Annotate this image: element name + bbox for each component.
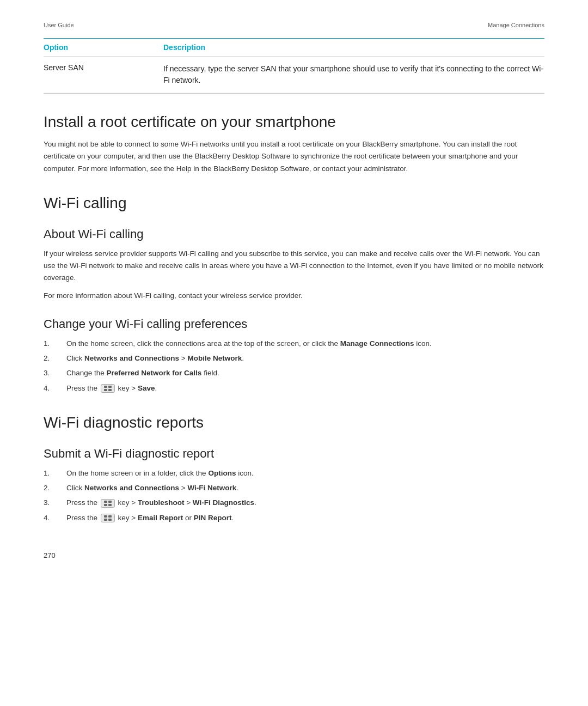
step-item: 4. Press the key > Save. xyxy=(44,382,544,394)
step-content: On the home screen or in a folder, click… xyxy=(66,467,544,479)
subsection-submit-wifi-diagnostic: Submit a Wi-Fi diagnostic report 1. On t… xyxy=(44,447,544,524)
submit-wifi-diagnostic-steps: 1. On the home screen or in a folder, cl… xyxy=(44,467,544,524)
step-bold: Email Report xyxy=(138,514,183,522)
step-num: 1. xyxy=(44,467,66,479)
header-right: Manage Connections xyxy=(488,22,544,28)
section-install-root-cert-para: You might not be able to connect to some… xyxy=(44,138,544,175)
step-num: 3. xyxy=(44,497,66,509)
svg-rect-11 xyxy=(108,519,112,521)
step-bold: Save xyxy=(138,384,155,392)
step-bold: Manage Connections xyxy=(340,339,414,348)
svg-rect-0 xyxy=(104,386,107,388)
step-num: 2. xyxy=(44,482,66,494)
svg-rect-1 xyxy=(108,386,112,388)
step-content: On the home screen, click the connection… xyxy=(66,338,544,350)
subheading-change-wifi-calling-prefs: Change your Wi-Fi calling preferences xyxy=(44,317,544,331)
step-num: 4. xyxy=(44,382,66,394)
page-header: User Guide Manage Connections xyxy=(44,22,544,28)
svg-rect-6 xyxy=(104,504,107,506)
page-number: 270 xyxy=(44,551,56,559)
table-row: Server SAN If necessary, type the server… xyxy=(44,57,544,93)
svg-rect-4 xyxy=(104,501,107,503)
step-item: 2. Click Networks and Connections > Mobi… xyxy=(44,352,544,364)
step-item: 1. On the home screen, click the connect… xyxy=(44,338,544,350)
table-cell-option: Server SAN xyxy=(44,63,163,72)
section-wifi-calling: Wi-Fi calling About Wi-Fi calling If you… xyxy=(44,194,544,394)
step-bold: Preferred Network for Calls xyxy=(107,369,202,377)
subheading-about-wifi-calling: About Wi-Fi calling xyxy=(44,227,544,241)
menu-key-icon xyxy=(101,514,115,522)
section-heading-wifi-calling: Wi-Fi calling xyxy=(44,194,544,212)
options-table: Option Description Server SAN If necessa… xyxy=(44,39,544,94)
step-bold: Networks and Connections xyxy=(84,354,179,362)
section-install-root-cert: Install a root certificate on your smart… xyxy=(44,113,544,175)
menu-key-icon xyxy=(101,499,115,508)
svg-rect-5 xyxy=(108,501,112,503)
section-heading-wifi-diagnostic-reports: Wi-Fi diagnostic reports xyxy=(44,414,544,431)
change-wifi-calling-steps: 1. On the home screen, click the connect… xyxy=(44,338,544,394)
step-bold: PIN Report xyxy=(194,514,232,522)
subsection-change-wifi-calling-prefs: Change your Wi-Fi calling preferences 1.… xyxy=(44,317,544,394)
svg-rect-3 xyxy=(108,389,112,391)
section-wifi-diagnostic-reports: Wi-Fi diagnostic reports Submit a Wi-Fi … xyxy=(44,414,544,524)
header-left: User Guide xyxy=(44,22,74,28)
svg-rect-9 xyxy=(108,515,112,518)
step-bold: Wi-Fi Diagnostics xyxy=(193,498,254,507)
step-item: 2. Click Networks and Connections > Wi-F… xyxy=(44,482,544,494)
about-wifi-calling-para-1: If your wireless service provider suppor… xyxy=(44,248,544,284)
svg-rect-10 xyxy=(104,519,107,521)
step-bold: Options xyxy=(208,469,236,477)
about-wifi-calling-para-2: For more information about Wi-Fi calling… xyxy=(44,290,544,302)
table-header-option: Option xyxy=(44,43,163,52)
section-heading-install-root-cert: Install a root certificate on your smart… xyxy=(44,113,544,131)
table-header-row: Option Description xyxy=(44,39,544,57)
step-item: 3. Change the Preferred Network for Call… xyxy=(44,367,544,379)
menu-key-icon xyxy=(101,384,115,393)
step-content: Click Networks and Connections > Wi-Fi N… xyxy=(66,482,544,494)
step-content: Change the Preferred Network for Calls f… xyxy=(66,367,544,379)
step-num: 1. xyxy=(44,338,66,350)
step-content: Press the key > Save. xyxy=(66,382,544,394)
step-bold: Wi-Fi Network xyxy=(187,484,236,492)
step-content: Press the key > Email Report or PIN Repo… xyxy=(66,512,544,524)
step-bold: Troubleshoot xyxy=(138,498,185,507)
subheading-submit-wifi-diagnostic: Submit a Wi-Fi diagnostic report xyxy=(44,447,544,461)
step-item: 1. On the home screen or in a folder, cl… xyxy=(44,467,544,479)
step-num: 2. xyxy=(44,352,66,364)
svg-rect-7 xyxy=(108,504,112,506)
step-item: 4. Press the key > Email Report or PIN R… xyxy=(44,512,544,524)
table-header-description: Description xyxy=(163,43,205,52)
page-footer: 270 xyxy=(44,551,544,559)
step-num: 4. xyxy=(44,512,66,524)
svg-rect-8 xyxy=(104,515,107,518)
step-content: Press the key > Troubleshoot > Wi-Fi Dia… xyxy=(66,497,544,509)
table-cell-description: If necessary, type the server SAN that y… xyxy=(163,63,544,86)
step-num: 3. xyxy=(44,367,66,379)
step-item: 3. Press the key > Troubleshoot > Wi-Fi … xyxy=(44,497,544,509)
svg-rect-2 xyxy=(104,389,107,391)
subsection-about-wifi-calling: About Wi-Fi calling If your wireless ser… xyxy=(44,227,544,302)
step-content: Click Networks and Connections > Mobile … xyxy=(66,352,544,364)
step-bold: Networks and Connections xyxy=(84,484,179,492)
step-bold: Mobile Network xyxy=(187,354,242,362)
